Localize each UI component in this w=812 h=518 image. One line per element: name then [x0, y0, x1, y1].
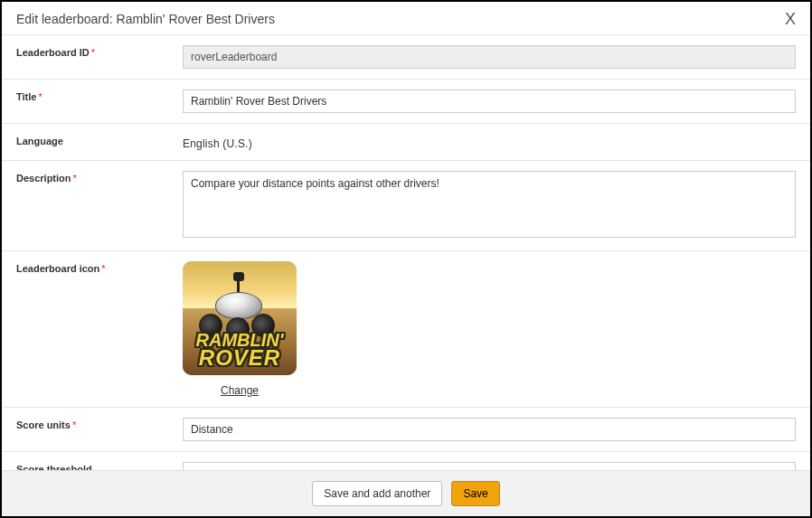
rover-icon — [199, 287, 277, 335]
row-description: Description* Compare your distance point… — [2, 160, 810, 250]
dialog-header: Edit leaderboard: Ramblin' Rover Best Dr… — [2, 2, 810, 34]
close-icon[interactable]: X — [785, 11, 796, 27]
icon-logo-text: RAMBLIN' ROVER — [183, 332, 297, 368]
row-language: Language English (U.S.) — [2, 123, 810, 160]
save-and-add-another-button[interactable]: Save and add another — [312, 481, 442, 506]
leaderboard-id-input — [183, 45, 796, 69]
save-button[interactable]: Save — [451, 481, 499, 506]
label-language: Language — [16, 134, 183, 150]
change-icon-link[interactable]: Change — [221, 384, 259, 397]
language-value: English (U.S.) — [183, 134, 796, 150]
dialog-title: Edit leaderboard: Ramblin' Rover Best Dr… — [16, 12, 275, 26]
row-leaderboard-id: Leaderboard ID* — [2, 34, 810, 79]
row-icon: Leaderboard icon* RAMBLIN' R — [2, 250, 810, 407]
label-title: Title* — [16, 89, 183, 113]
edit-leaderboard-dialog: Edit leaderboard: Ramblin' Rover Best Dr… — [0, 0, 812, 518]
form-body: Leaderboard ID* Title* Language English … — [2, 34, 810, 470]
leaderboard-icon-thumbnail: RAMBLIN' ROVER — [183, 261, 297, 375]
row-score-threshold: Score threshold — [2, 451, 810, 470]
row-title: Title* — [2, 79, 810, 123]
label-leaderboard-id: Leaderboard ID* — [16, 45, 183, 69]
score-units-input[interactable] — [183, 418, 796, 441]
label-score-threshold: Score threshold — [16, 462, 183, 470]
label-score-units: Score units* — [16, 418, 183, 441]
dialog-footer: Save and add another Save — [2, 470, 810, 516]
score-threshold-input[interactable] — [183, 462, 796, 470]
row-score-units: Score units* — [2, 407, 810, 451]
label-description: Description* — [16, 171, 183, 240]
description-textarea[interactable]: Compare your distance points against oth… — [183, 171, 796, 238]
label-icon: Leaderboard icon* — [16, 261, 183, 397]
title-input[interactable] — [183, 89, 796, 113]
